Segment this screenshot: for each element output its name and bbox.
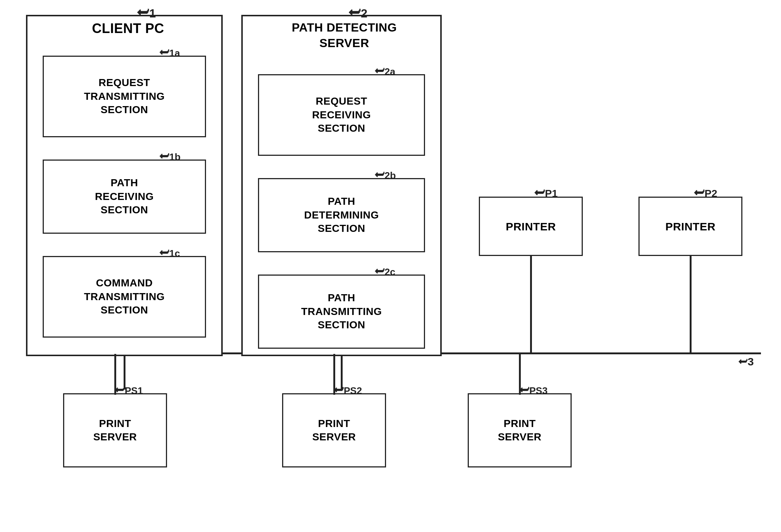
ps3-connector <box>519 354 521 395</box>
request-transmitting-section: REQUEST TRANSMITTING SECTION <box>43 56 206 137</box>
path-receiving-section: PATH RECEIVING SECTION <box>43 160 206 234</box>
print-server-ps2-box: PRINT SERVER <box>282 393 386 467</box>
ref-2a: ⮨2a <box>375 66 395 78</box>
ps2-connector <box>333 354 335 395</box>
ref-2c: ⮨2c <box>375 266 395 278</box>
print-server-ps1-box: PRINT SERVER <box>63 393 167 467</box>
request-receiving-section: REQUEST RECEIVING SECTION <box>258 74 425 156</box>
printer-p1-connector <box>530 256 532 354</box>
ref-ps2: ⮨PS2 <box>334 385 362 397</box>
path-detecting-server-label: PATH DETECTING SERVER <box>292 20 397 51</box>
path-determining-section: PATH DETERMINING SECTION <box>258 178 425 252</box>
client-pc-connector <box>124 356 125 390</box>
printer-p2-connector <box>690 256 692 354</box>
path-server-connector <box>341 356 343 390</box>
ref-1a: ⮨1a <box>160 47 180 59</box>
ref-1b: ⮨1b <box>160 151 180 163</box>
printer-p2-box: PRINTER <box>638 197 742 256</box>
network-label-3: ⮨3 <box>739 355 754 368</box>
printer-p1-box: PRINTER <box>479 197 583 256</box>
diagram: ⮨3 CLIENT PC ⮨1 REQUEST TRANSMITTING SEC… <box>0 0 781 532</box>
ps1-connector <box>114 354 116 395</box>
ref-1c: ⮨1c <box>160 248 180 259</box>
ref-2b: ⮨2b <box>375 170 396 181</box>
ref-p1: ⮨P1 <box>535 187 558 200</box>
command-transmitting-section: COMMAND TRANSMITTING SECTION <box>43 256 206 338</box>
ref-1: ⮨1 <box>137 7 156 20</box>
ref-ps3: ⮨PS3 <box>520 385 548 397</box>
client-pc-label: CLIENT PC <box>92 20 164 37</box>
ref-2: ⮨2 <box>349 7 367 20</box>
print-server-ps3-box: PRINT SERVER <box>468 393 572 467</box>
path-transmitting-section: PATH TRANSMITTING SECTION <box>258 275 425 349</box>
ref-ps1: ⮨PS1 <box>115 385 143 397</box>
ref-p2: ⮨P2 <box>694 187 717 200</box>
